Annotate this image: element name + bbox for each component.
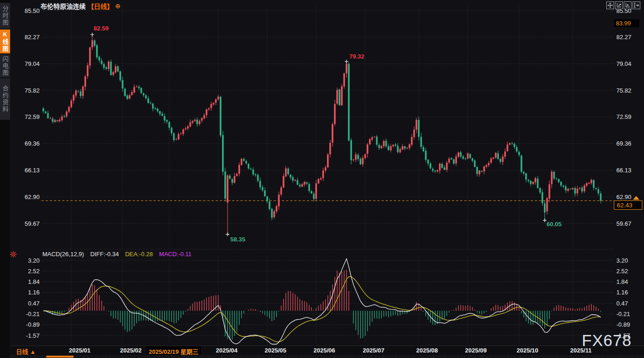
x-axis-label: 2025/08 [416,347,438,354]
x-axis-label: 2025/07 [363,347,385,354]
chart-toolbar [606,1,640,9]
svg-text:0.47: 0.47 [616,300,628,307]
macd-diff-value: DIFF:-0.34 [90,251,119,258]
sidebar-item-label: 合约资料 [1,85,10,113]
x-axis-bar: 日线 ▲ 2025/02/19 星期三 2025/012025/022025/0… [10,346,644,355]
chevron-up-icon: ▲ [30,348,36,355]
price-macd-chart[interactable]: 85.5085.5082.2782.2779.0479.0475.8275.82… [0,0,644,346]
sidebar-item-contract-info[interactable]: 合约资料 [0,78,10,120]
x-axis-label: 2025/04 [216,347,238,354]
diff-line [43,259,601,344]
svg-text:0.47: 0.47 [28,300,40,307]
svg-text:85.50: 85.50 [24,7,40,14]
x-axis-label: 2025/05 [265,347,287,354]
x-axis-label: 2025/09 [465,347,487,354]
extreme-price-label: 60.05 [547,221,562,228]
extreme-price-label: 58.35 [230,236,246,243]
x-axis-label: 2025/06 [314,347,335,354]
sidebar-item-flashchart[interactable]: 闪电图 [0,54,10,77]
chart-title-bar: 布伦特原油连续 【日线】 ⊕ [41,1,121,11]
price-annotations: 82.5979.3258.3560.05 [90,25,562,243]
extreme-cross-marker [226,233,229,236]
svg-text:-0.21: -0.21 [26,311,40,317]
sidebar-item-timechart[interactable]: 分时图 [0,3,10,29]
exit-fullscreen-icon[interactable] [632,1,640,9]
extreme-price-label: 79.32 [349,53,364,60]
svg-text:2.52: 2.52 [616,268,628,275]
extreme-price-label: 82.59 [94,25,109,32]
macd-dea-value: DEA:-0.28 [125,251,153,258]
svg-text:62.90: 62.90 [24,194,40,200]
dea-line [43,277,601,342]
chart-scrollbar-track[interactable] [10,355,644,358]
axis-play-icon[interactable] [624,1,632,9]
pan-crosshair-icon[interactable] [606,1,614,9]
svg-text:2.52: 2.52 [28,268,40,275]
svg-text:66.13: 66.13 [616,167,632,174]
svg-text:72.59: 72.59 [24,113,40,120]
macd-params: MACD(26,12,9) [42,251,84,258]
extreme-cross-marker [543,218,547,222]
macd-indicator-label: MACD(26,12,9) DIFF:-0.34 DEA:-0.28 MACD:… [42,251,192,258]
chart-window: 85.5085.5082.2782.2779.0479.0475.8275.82… [0,0,644,358]
extreme-cross-marker [90,33,94,36]
svg-text:82.27: 82.27 [24,34,40,41]
high-price-tag: 83.99 [616,20,631,27]
sidebar: 分时图 K线图 闪电图 合约资料 [0,0,10,358]
svg-text:-0.21: -0.21 [616,311,630,317]
axis-scale-up-icon[interactable] [615,1,623,9]
svg-text:59.67: 59.67 [24,220,40,227]
svg-text:82.27: 82.27 [616,34,632,41]
x-axis-label: 2025/02 [120,347,142,354]
sidebar-item-label: 闪电图 [1,56,10,76]
svg-text:69.36: 69.36 [24,140,40,147]
sidebar-item-kline[interactable]: K线图 [0,29,10,53]
svg-text:66.13: 66.13 [24,167,40,174]
svg-text:1.84: 1.84 [616,278,628,285]
svg-text:79.04: 79.04 [616,60,632,67]
grid-layer [41,6,643,344]
svg-text:3.20: 3.20 [28,257,40,264]
svg-text:3.20: 3.20 [616,257,628,264]
svg-text:-1.57: -1.57 [26,332,40,339]
svg-text:59.67: 59.67 [616,220,632,227]
chart-scrollbar-thumb[interactable] [46,356,74,358]
svg-text:72.59: 72.59 [616,113,632,120]
price-up-arrow-icon [633,196,639,200]
x-axis-label: 2025/11 [570,347,591,354]
svg-text:62.90: 62.90 [616,194,632,200]
period-tag: 【日线】 [88,1,113,11]
svg-text:1.84: 1.84 [28,278,40,285]
macd-bar-value: MACD:-0.11 [159,251,192,258]
sidebar-item-label: 分时图 [1,6,10,26]
link-compare-icon[interactable]: ⊕ [115,3,121,9]
svg-text:1.16: 1.16 [616,289,628,296]
svg-text:69.36: 69.36 [616,140,632,147]
svg-text:75.82: 75.82 [616,87,632,94]
svg-text:-0.89: -0.89 [26,321,40,328]
svg-text:-0.89: -0.89 [616,321,630,328]
svg-text:-1.57: -1.57 [616,332,630,339]
instrument-title: 布伦特原油连续 [41,1,86,11]
svg-text:79.04: 79.04 [24,60,40,67]
indicator-settings-icon[interactable] [10,251,17,260]
last-price-tag: 62.43 [617,202,632,209]
x-axis-label: 2025/01 [69,347,91,354]
period-label: 日线 [16,348,28,355]
candles-layer [42,35,602,235]
svg-text:75.82: 75.82 [24,87,40,94]
sidebar-item-label: K线图 [1,31,10,53]
svg-text:1.16: 1.16 [28,289,40,296]
extreme-cross-marker [345,60,348,64]
x-axis-label: 2025/10 [517,347,539,354]
